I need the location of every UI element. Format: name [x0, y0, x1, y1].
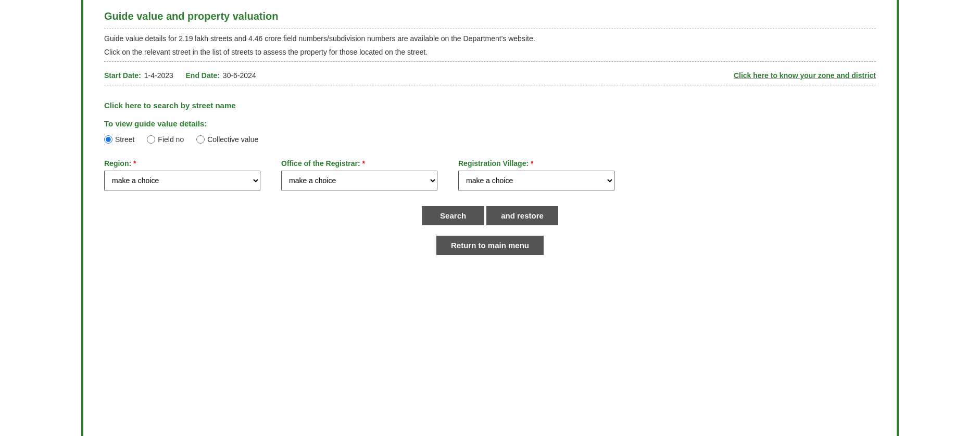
- buttons-row: Search and restore: [104, 206, 876, 225]
- middle-divider: [104, 61, 876, 62]
- region-label: Region: *: [104, 159, 260, 168]
- village-select[interactable]: make a choice: [458, 171, 614, 190]
- view-guide-label: To view guide value details:: [104, 119, 876, 128]
- page-title: Guide value and property valuation: [104, 10, 876, 22]
- registrar-select[interactable]: make a choice: [281, 171, 437, 190]
- dates-left: Start Date: 1-4-2023 End Date: 30-6-2024: [104, 71, 256, 80]
- search-button[interactable]: Search: [422, 206, 484, 225]
- start-date-value: 1-4-2023: [144, 71, 173, 80]
- right-border: [897, 0, 980, 436]
- radio-field-no-input[interactable]: [147, 135, 155, 144]
- return-row: Return to main menu: [104, 236, 876, 255]
- end-date-label: End Date:: [186, 71, 220, 80]
- village-group: Registration Village: * make a choice: [458, 159, 614, 190]
- street-search-link[interactable]: Click here to search by street name: [104, 101, 236, 110]
- dropdowns-row: Region: * make a choice Office of the Re…: [104, 159, 876, 190]
- radio-collective-value[interactable]: Collective value: [196, 135, 258, 144]
- village-required-star: *: [531, 159, 533, 168]
- region-select[interactable]: make a choice: [104, 171, 260, 190]
- radio-group: Street Field no Collective value: [104, 135, 876, 144]
- restore-button[interactable]: and restore: [486, 206, 558, 225]
- village-label: Registration Village: *: [458, 159, 614, 168]
- start-date-label: Start Date:: [104, 71, 141, 80]
- radio-street-label: Street: [115, 135, 134, 144]
- registrar-group: Office of the Registrar: * make a choice: [281, 159, 437, 190]
- radio-street[interactable]: Street: [104, 135, 134, 144]
- registrar-label: Office of the Registrar: *: [281, 159, 437, 168]
- top-divider: [104, 29, 876, 29]
- bottom-divider: [104, 85, 876, 85]
- description-text-2: Click on the relevant street in the list…: [104, 48, 876, 56]
- zone-link[interactable]: Click here to know your zone and distric…: [734, 71, 876, 80]
- radio-collective-value-input[interactable]: [196, 135, 205, 144]
- page-wrapper: Guide value and property valuation Guide…: [0, 0, 980, 436]
- return-button[interactable]: Return to main menu: [436, 236, 544, 255]
- region-group: Region: * make a choice: [104, 159, 260, 190]
- registrar-required-star: *: [362, 159, 365, 168]
- description-text-1: Guide value details for 2.19 lakh street…: [104, 34, 876, 43]
- region-required-star: *: [133, 159, 136, 168]
- radio-street-input[interactable]: [104, 135, 112, 144]
- radio-field-no[interactable]: Field no: [147, 135, 184, 144]
- main-content: Guide value and property valuation Guide…: [83, 0, 897, 436]
- end-date-value: 30-6-2024: [223, 71, 256, 80]
- dates-row: Start Date: 1-4-2023 End Date: 30-6-2024…: [104, 71, 876, 80]
- radio-field-no-label: Field no: [158, 135, 184, 144]
- radio-collective-value-label: Collective value: [207, 135, 258, 144]
- left-border: [0, 0, 83, 436]
